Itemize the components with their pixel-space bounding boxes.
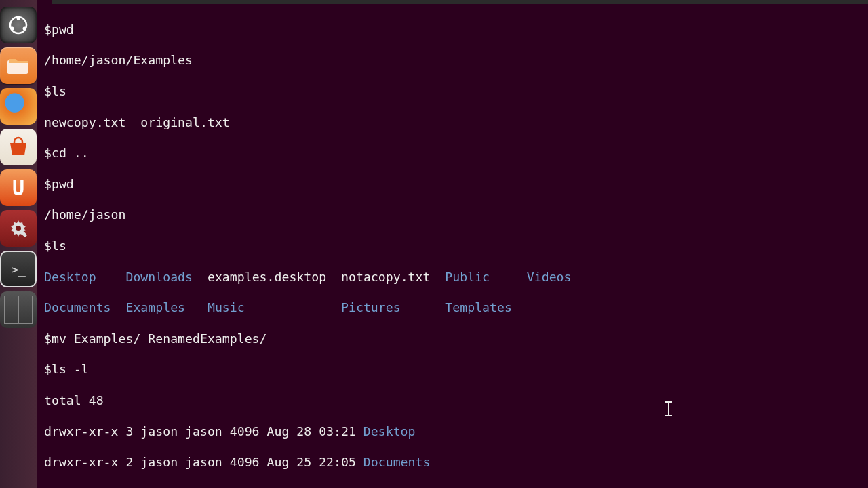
software-center-icon[interactable] <box>0 129 37 165</box>
dir-entry: Desktop <box>44 270 96 284</box>
dir-entry: Examples <box>125 300 185 314</box>
terminal-line: drwxr-xr-x 3 jason jason 4096 Aug 28 03:… <box>44 424 868 440</box>
terminal-line: $ls <box>44 239 868 254</box>
terminal-line: $ls <box>44 84 868 100</box>
terminal-line: /home/jason <box>44 207 868 223</box>
terminal-line: $cd .. <box>44 146 868 161</box>
terminal-line: $ls -l <box>44 362 868 378</box>
dir-entry: Documents <box>44 300 111 314</box>
unity-launcher: U >_ <box>0 0 37 488</box>
terminal-icon[interactable]: >_ <box>0 251 37 287</box>
text-cursor-ibeam <box>668 401 669 416</box>
dir-entry: Templates <box>445 300 512 314</box>
terminal-line: $pwd <box>44 177 868 192</box>
terminal-line: Desktop Downloads examples.desktop notac… <box>44 270 868 285</box>
ubuntu-one-icon[interactable]: U <box>0 169 37 206</box>
terminal-line: newcopy.txt original.txt <box>44 115 868 131</box>
dir-entry: Videos <box>527 270 572 284</box>
terminal-line: drwxr-xr-x 2 jason jason 4096 Aug 25 22:… <box>44 455 868 470</box>
file-entry: examples.desktop <box>208 270 326 284</box>
dir-entry: Documents <box>363 455 431 469</box>
svg-point-3 <box>23 27 26 30</box>
dir-entry: Public <box>445 270 490 284</box>
svg-point-2 <box>11 27 14 30</box>
svg-point-1 <box>17 17 20 20</box>
dir-entry: Desktop <box>363 424 416 439</box>
dash-icon[interactable] <box>0 7 37 43</box>
terminal-line: /home/jason/Examples <box>44 53 868 68</box>
dir-entry: Music <box>208 300 245 314</box>
ubuntu-one-label: U <box>12 176 24 200</box>
terminal-line: $pwd <box>44 22 868 38</box>
dir-entry: Pictures <box>341 300 401 314</box>
terminal-window[interactable]: $pwd /home/jason/Examples $ls newcopy.tx… <box>37 0 868 488</box>
dir-entry: Downloads <box>125 270 193 284</box>
terminal-line: Documents Examples Music Pictures Templa… <box>44 300 868 316</box>
terminal-line: $mv Examples/ RenamedExamples/ <box>44 331 868 347</box>
system-settings-icon[interactable] <box>0 210 37 247</box>
file-entry: notacopy.txt <box>341 270 430 284</box>
terminal-line: total 48 <box>44 393 868 409</box>
terminal-glyph: >_ <box>11 262 26 277</box>
files-icon[interactable] <box>0 47 37 84</box>
svg-point-4 <box>16 226 21 231</box>
workspace-switcher-icon[interactable] <box>0 291 37 328</box>
firefox-icon[interactable] <box>0 88 37 125</box>
